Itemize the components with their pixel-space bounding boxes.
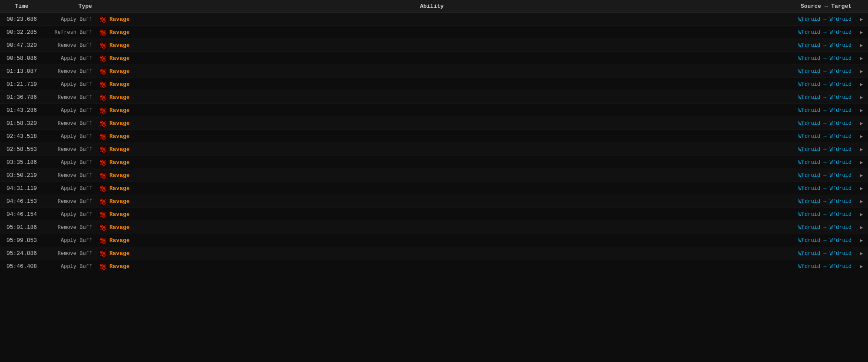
row-expand-button[interactable]: ▶ [855, 251, 868, 256]
ravage-icon [99, 120, 107, 127]
row-type: Remove Buff [43, 225, 95, 231]
row-source-target: Wfdruid → Wfdruid [768, 160, 855, 166]
ravage-icon [99, 81, 107, 88]
row-time: 05:09.853 [0, 237, 43, 244]
row-ability: Ravage [95, 159, 768, 166]
table-row[interactable]: 05:01.186Remove Buff RavageWfdruid → Wfd… [0, 221, 868, 234]
row-type: Remove Buff [43, 121, 95, 127]
row-ability: Ravage [95, 185, 768, 192]
table-row[interactable]: 00:47.320Remove Buff RavageWfdruid → Wfd… [0, 39, 868, 52]
ability-name: Ravage [109, 81, 130, 88]
row-type: Refresh Buff [43, 29, 95, 36]
table-row[interactable]: 05:09.853Apply Buff RavageWfdruid → Wfdr… [0, 234, 868, 247]
row-source-target: Wfdruid → Wfdruid [768, 264, 855, 270]
row-source-target: Wfdruid → Wfdruid [768, 225, 855, 231]
row-expand-button[interactable]: ▶ [855, 134, 868, 139]
ability-name: Ravage [109, 29, 130, 36]
ravage-icon [99, 185, 107, 192]
row-expand-button[interactable]: ▶ [855, 225, 868, 230]
row-expand-button[interactable]: ▶ [855, 238, 868, 243]
ravage-icon [99, 55, 107, 62]
row-expand-button[interactable]: ▶ [855, 68, 868, 74]
ability-name: Ravage [109, 185, 130, 192]
row-ability: Ravage [95, 224, 768, 232]
row-expand-button[interactable]: ▶ [855, 29, 868, 35]
ability-name: Ravage [109, 120, 130, 127]
table-row[interactable]: 02:58.553Remove Buff RavageWfdruid → Wfd… [0, 143, 868, 156]
row-time: 04:46.154 [0, 211, 43, 218]
table-row[interactable]: 04:46.154Apply Buff RavageWfdruid → Wfdr… [0, 208, 868, 221]
row-time: 04:31.119 [0, 185, 43, 192]
ability-name: Ravage [109, 237, 130, 244]
row-expand-button[interactable]: ▶ [855, 186, 868, 191]
header-type: Type [43, 3, 95, 10]
row-type: Apply Buff [43, 212, 95, 218]
row-source-target: Wfdruid → Wfdruid [768, 108, 855, 114]
row-type: Apply Buff [43, 186, 95, 192]
row-ability: Ravage [95, 68, 768, 75]
ability-name: Ravage [109, 107, 130, 114]
row-expand-button[interactable]: ▶ [855, 55, 868, 61]
row-ability: Ravage [95, 42, 768, 49]
ravage-icon [99, 159, 107, 166]
table-row[interactable]: 02:43.518Apply Buff RavageWfdruid → Wfdr… [0, 130, 868, 143]
ability-name: Ravage [109, 16, 130, 23]
row-ability: Ravage [95, 263, 768, 271]
table-row[interactable]: 00:23.686Apply Buff RavageWfdruid → Wfdr… [0, 13, 868, 26]
row-expand-button[interactable]: ▶ [855, 264, 868, 269]
ravage-icon [99, 29, 107, 36]
table-row[interactable]: 01:36.786Remove Buff RavageWfdruid → Wfd… [0, 91, 868, 104]
ravage-icon [99, 146, 107, 153]
table-row[interactable]: 05:46.408Apply Buff RavageWfdruid → Wfdr… [0, 260, 868, 273]
row-type: Remove Buff [43, 173, 95, 179]
ability-name: Ravage [109, 172, 130, 179]
row-expand-button[interactable]: ▶ [855, 160, 868, 165]
header-time: Time [0, 3, 43, 10]
row-ability: Ravage [95, 81, 768, 88]
row-type: Apply Buff [43, 55, 95, 62]
table-row[interactable]: 04:46.153Remove Buff RavageWfdruid → Wfd… [0, 195, 868, 208]
row-source-target: Wfdruid → Wfdruid [768, 199, 855, 205]
table-row[interactable]: 05:24.886Remove Buff RavageWfdruid → Wfd… [0, 247, 868, 260]
row-type: Apply Buff [43, 16, 95, 23]
row-expand-button[interactable]: ▶ [855, 121, 868, 126]
table-row[interactable]: 03:35.186Apply Buff RavageWfdruid → Wfdr… [0, 156, 868, 169]
row-ability: Ravage [95, 211, 768, 219]
row-expand-button[interactable]: ▶ [855, 42, 868, 48]
row-type: Remove Buff [43, 147, 95, 153]
table-row[interactable]: 01:58.320Remove Buff RavageWfdruid → Wfd… [0, 117, 868, 130]
table-row[interactable]: 01:13.087Remove Buff RavageWfdruid → Wfd… [0, 65, 868, 78]
row-expand-button[interactable]: ▶ [855, 147, 868, 152]
row-source-target: Wfdruid → Wfdruid [768, 29, 855, 36]
table-row[interactable]: 00:32.285Refresh Buff RavageWfdruid → Wf… [0, 26, 868, 39]
table-row[interactable]: 01:43.286Apply Buff RavageWfdruid → Wfdr… [0, 104, 868, 117]
row-expand-button[interactable]: ▶ [855, 16, 868, 22]
row-ability: Ravage [95, 237, 768, 245]
row-expand-button[interactable]: ▶ [855, 82, 868, 87]
row-source-target: Wfdruid → Wfdruid [768, 251, 855, 257]
table-row[interactable]: 03:50.219Remove Buff RavageWfdruid → Wfd… [0, 169, 868, 182]
table-header: Time Type Ability Source → Target [0, 0, 868, 13]
row-ability: Ravage [95, 107, 768, 114]
ability-name: Ravage [109, 198, 130, 205]
row-type: Apply Buff [43, 160, 95, 166]
event-log-table: Time Type Ability Source → Target 00:23.… [0, 0, 868, 273]
table-row[interactable]: 04:31.119Apply Buff RavageWfdruid → Wfdr… [0, 182, 868, 195]
row-expand-button[interactable]: ▶ [855, 173, 868, 178]
row-expand-button[interactable]: ▶ [855, 108, 868, 113]
ravage-icon [99, 16, 107, 23]
row-source-target: Wfdruid → Wfdruid [768, 42, 855, 49]
row-type: Remove Buff [43, 199, 95, 205]
table-row[interactable]: 01:21.719Apply Buff RavageWfdruid → Wfdr… [0, 78, 868, 91]
ravage-icon [99, 250, 107, 258]
row-type: Remove Buff [43, 251, 95, 257]
row-expand-button[interactable]: ▶ [855, 212, 868, 217]
ability-name: Ravage [109, 94, 130, 101]
row-expand-button[interactable]: ▶ [855, 199, 868, 204]
row-source-target: Wfdruid → Wfdruid [768, 16, 855, 23]
row-expand-button[interactable]: ▶ [855, 95, 868, 100]
ravage-icon [99, 172, 107, 179]
row-time: 01:13.087 [0, 68, 43, 75]
row-time: 02:58.553 [0, 146, 43, 153]
table-row[interactable]: 00:58.086Apply Buff RavageWfdruid → Wfdr… [0, 52, 868, 65]
